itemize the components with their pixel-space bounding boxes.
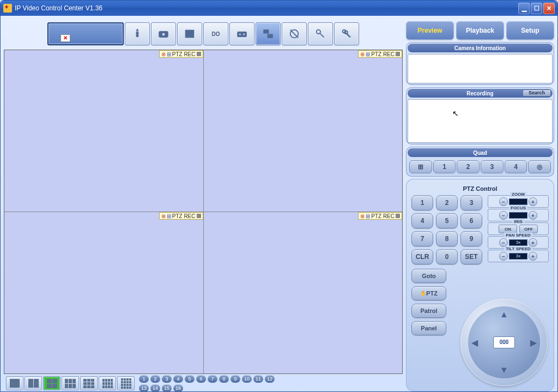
toolbar-audio-button[interactable] <box>282 22 307 45</box>
channel-16[interactable]: 16 <box>173 384 183 392</box>
minimize-button[interactable]: ▁ <box>518 3 530 14</box>
zoom-plus-button[interactable]: + <box>529 197 537 206</box>
channel-2[interactable]: 2 <box>150 375 160 383</box>
toolbar-keys-button[interactable] <box>334 22 359 45</box>
channel-1[interactable]: 1 <box>139 375 149 383</box>
app-window: IP Video Control Center V1.36 ▁ ☐ ✕ ✕ DO… <box>0 0 558 392</box>
key-3[interactable]: 3 <box>460 195 482 210</box>
tilt-plus-button[interactable]: + <box>529 252 537 261</box>
key-5[interactable]: 5 <box>436 213 458 228</box>
ptz-keypad: 123456789CLR0SET <box>411 195 482 264</box>
quad-panel: Quad ⊞ 1 2 3 4 ◎ <box>406 147 554 177</box>
camera-info-list[interactable] <box>408 54 553 83</box>
pan-value: 3x <box>509 239 527 246</box>
toolbar-snapshot-button[interactable] <box>151 22 176 45</box>
quad-grid-button[interactable]: ⊞ <box>409 160 432 173</box>
focus-plus-button[interactable]: + <box>529 211 537 220</box>
zoom-minus-button[interactable]: − <box>499 197 508 206</box>
tab-setup[interactable]: Setup <box>506 21 554 40</box>
tab-playback[interactable]: Playback <box>456 21 504 40</box>
video-pane-1[interactable]: ⊗⊞PTZ REC <box>4 50 203 212</box>
svg-point-5 <box>243 33 245 35</box>
key-9[interactable]: 9 <box>460 231 482 246</box>
svg-point-1 <box>162 33 165 35</box>
key-set[interactable]: SET <box>460 249 482 264</box>
toolbar-config-button[interactable] <box>125 22 150 45</box>
video-pane-4[interactable]: ⊗⊞PTZ REC <box>204 212 403 373</box>
iris-on-button[interactable]: ON <box>499 225 517 233</box>
pan-minus-button[interactable]: − <box>499 238 508 247</box>
recording-list[interactable] <box>408 99 553 143</box>
channel-11[interactable]: 11 <box>253 375 263 383</box>
key-6[interactable]: 6 <box>460 213 482 228</box>
ptz-button[interactable]: ✋PTZ <box>411 286 446 300</box>
toolbar-fullscreen-button[interactable] <box>177 22 202 45</box>
ptz-down-button[interactable]: ▼ <box>500 365 508 375</box>
tab-preview[interactable]: Preview <box>406 21 454 40</box>
focus-minus-button[interactable]: − <box>499 211 508 220</box>
ptz-right-button[interactable]: ▶ <box>530 337 537 348</box>
layout-2x2[interactable] <box>43 376 60 390</box>
key-8[interactable]: 8 <box>436 231 458 246</box>
window-title: IP Video Control Center V1.36 <box>15 4 102 12</box>
video-grid: ⊗⊞PTZ REC ⊗⊞PTZ REC ⊗⊞PTZ REC ⊗⊞PTZ REC <box>4 50 403 374</box>
channel-7[interactable]: 7 <box>208 375 217 383</box>
quad-3-button[interactable]: 3 <box>481 160 504 173</box>
key-0[interactable]: 0 <box>436 249 458 264</box>
toolbar-key-button[interactable] <box>308 22 333 45</box>
video-pane-3[interactable]: ⊗⊞PTZ REC <box>4 212 203 373</box>
pane-header: ⊗⊞PTZ REC <box>358 50 402 58</box>
pan-plus-button[interactable]: + <box>529 238 537 247</box>
camera-info-panel: Camera Information <box>406 42 554 85</box>
quad-camera-button[interactable]: ◎ <box>528 160 551 173</box>
pane-header: ⊗⊞PTZ REC <box>159 212 203 220</box>
layout-3x3[interactable] <box>80 376 98 390</box>
goto-button[interactable]: Goto <box>411 269 446 283</box>
close-button[interactable]: ✕ <box>543 3 555 14</box>
layout-4x4[interactable] <box>117 376 135 390</box>
camera-info-header: Camera Information <box>408 44 553 52</box>
layout-3x4[interactable] <box>99 376 116 390</box>
toolbar-record-button[interactable] <box>229 22 254 45</box>
maximize-button[interactable]: ☐ <box>531 3 542 14</box>
quad-1-button[interactable]: 1 <box>433 160 456 173</box>
channel-5[interactable]: 5 <box>185 375 195 383</box>
video-pane-2[interactable]: ⊗⊞PTZ REC <box>204 50 403 212</box>
layout-2x3[interactable] <box>62 376 79 390</box>
ptz-preset-value: 000 <box>493 336 515 348</box>
key-2[interactable]: 2 <box>436 195 458 210</box>
quad-2-button[interactable]: 2 <box>457 160 480 173</box>
ptz-up-button[interactable]: ▲ <box>500 310 508 319</box>
ptz-joystick[interactable]: ▲ ▼ ◀ ▶ 000 <box>460 299 548 386</box>
key-4[interactable]: 4 <box>411 213 433 228</box>
key-clr[interactable]: CLR <box>411 249 433 264</box>
titlebar[interactable]: IP Video Control Center V1.36 ▁ ☐ ✕ <box>1 1 557 16</box>
toolbar-do-button[interactable]: DO <box>203 22 228 45</box>
tilt-minus-button[interactable]: − <box>499 252 508 261</box>
toolbar-main-button[interactable]: ✕ <box>47 22 124 45</box>
recording-panel: Recording Search <box>406 87 554 144</box>
channel-3[interactable]: 3 <box>162 375 172 383</box>
quad-4-button[interactable]: 4 <box>505 160 527 173</box>
channel-15[interactable]: 15 <box>162 384 172 392</box>
pane-header: ⊗⊞PTZ REC <box>358 212 402 220</box>
patrol-button[interactable]: Patrol <box>411 304 446 318</box>
channel-14[interactable]: 14 <box>150 384 160 392</box>
channel-12[interactable]: 12 <box>265 375 275 383</box>
key-7[interactable]: 7 <box>411 231 433 246</box>
channel-10[interactable]: 10 <box>242 375 252 383</box>
layout-1x2[interactable] <box>25 376 42 390</box>
svg-rect-6 <box>264 30 269 33</box>
ptz-left-button[interactable]: ◀ <box>471 337 478 348</box>
key-1[interactable]: 1 <box>411 195 433 210</box>
channel-13[interactable]: 13 <box>139 384 149 392</box>
panel-button[interactable]: Panel <box>411 321 446 335</box>
channel-6[interactable]: 6 <box>196 375 206 383</box>
iris-off-button[interactable]: OFF <box>519 225 538 233</box>
channel-8[interactable]: 8 <box>219 375 229 383</box>
search-button[interactable]: Search <box>523 89 551 97</box>
channel-9[interactable]: 9 <box>231 375 240 383</box>
channel-4[interactable]: 4 <box>173 375 183 383</box>
toolbar-multi-button[interactable] <box>256 22 281 45</box>
layout-1x1[interactable] <box>6 376 23 390</box>
